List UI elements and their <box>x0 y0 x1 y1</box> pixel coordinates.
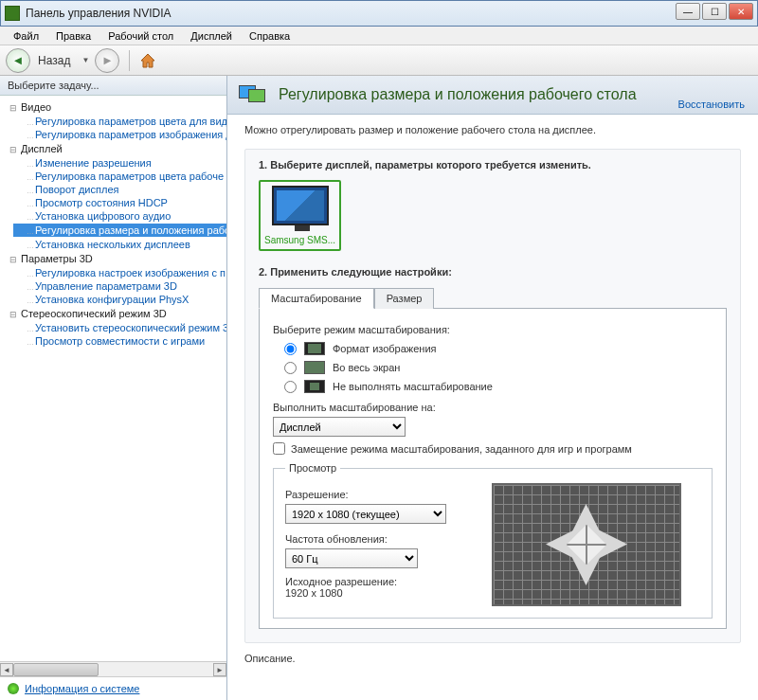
page-content: Можно отрегулировать размер и положение … <box>227 115 758 700</box>
tab-size[interactable]: Размер <box>374 288 435 309</box>
tree-cat-display[interactable]: Дисплей <box>0 141 226 156</box>
perform-on-select[interactable]: Дисплей <box>273 417 406 437</box>
radio-noscale-label: Не выполнять масштабирование <box>333 381 493 392</box>
tree-item[interactable]: Просмотр совместимости с играми <box>13 335 205 347</box>
scale-mode-label: Выберите режим масштабирования: <box>273 324 713 335</box>
tree-cat-3d[interactable]: Параметры 3D <box>0 251 226 266</box>
tabs: Масштабирование Размер <box>259 287 727 309</box>
menu-file[interactable]: Файл <box>6 28 46 44</box>
nav-toolbar: ◄ Назад ▼ ► <box>0 45 758 76</box>
maximize-button[interactable]: ☐ <box>702 3 727 20</box>
titlebar: Панель управления NVIDIA — ☐ ✕ <box>0 0 758 27</box>
override-checkbox-row[interactable]: Замещение режима масштабирования, заданн… <box>273 442 713 455</box>
scroll-left-icon[interactable]: ◄ <box>0 663 13 676</box>
native-res-label: Исходное разрешение: <box>285 576 456 587</box>
tree-item[interactable]: Регулировка параметров цвета для вид <box>13 116 226 127</box>
scroll-thumb[interactable] <box>13 663 99 676</box>
sidebar-header: Выберите задачу... <box>0 76 226 96</box>
nvidia-orb-icon <box>8 683 19 694</box>
system-info-link[interactable]: Информация о системе <box>25 683 139 694</box>
radio-fullscreen-label: Во весь экран <box>333 362 400 373</box>
tree-item[interactable]: Регулировка параметров изображения д <box>13 129 226 140</box>
radio-aspect-input[interactable] <box>284 343 297 355</box>
window-title: Панель управления NVIDIA <box>26 7 171 20</box>
back-dropdown-icon[interactable]: ▼ <box>81 56 89 64</box>
tree-item[interactable]: Просмотр состояния HDCP <box>13 197 168 208</box>
tree-cat-stereo[interactable]: Стереоскопический режим 3D <box>0 306 226 321</box>
tab-body-scaling: Выберите режим масштабирования: Формат и… <box>259 309 727 629</box>
monitor-icon <box>272 186 329 225</box>
back-button[interactable]: ◄ <box>6 48 30 73</box>
minimize-button[interactable]: — <box>676 3 700 20</box>
page-header-icon <box>239 83 269 106</box>
menu-help[interactable]: Справка <box>242 28 298 44</box>
preview-legend: Просмотр <box>285 462 340 474</box>
display-thumbnail[interactable]: Samsung SMS... <box>259 180 341 251</box>
tree-item[interactable]: Регулировка параметров цвета рабоче <box>13 171 224 182</box>
tree-item[interactable]: Установить стереоскопический режим 3 <box>13 322 226 333</box>
system-info-link-row: Информация о системе <box>0 676 226 700</box>
native-res-value: 1920 x 1080 <box>285 587 456 599</box>
noscale-icon <box>304 380 325 393</box>
tab-scaling[interactable]: Масштабирование <box>259 288 374 309</box>
menubar: Файл Правка Рабочий стол Дисплей Справка <box>0 27 758 45</box>
page-header: Регулировка размера и положения рабочего… <box>227 76 758 115</box>
display-name-label: Samsung SMS... <box>264 235 335 245</box>
menu-desktop[interactable]: Рабочий стол <box>100 28 181 44</box>
sidebar: Выберите задачу... Видео Регулировка пар… <box>0 76 227 700</box>
task-tree: Видео Регулировка параметров цвета для в… <box>0 96 226 661</box>
tree-item[interactable]: Установка цифрового аудио <box>13 210 171 222</box>
scroll-right-icon[interactable]: ► <box>213 663 226 676</box>
override-label: Замещение режима масштабирования, заданн… <box>291 443 632 455</box>
tree-item[interactable]: Установка конфигурации PhysX <box>13 294 189 305</box>
tree-item[interactable]: Установка нескольких дисплеев <box>13 239 190 250</box>
page-title: Регулировка размера и положения рабочего… <box>279 86 637 103</box>
sidebar-hscrollbar[interactable]: ◄ ► <box>0 661 226 676</box>
refresh-label: Частота обновления: <box>285 533 456 545</box>
main-panel: Регулировка размера и положения рабочего… <box>227 76 758 700</box>
tree-item[interactable]: Регулировка настроек изображения с п <box>13 267 226 278</box>
override-checkbox[interactable] <box>273 442 285 455</box>
section2-title: 2. Применить следующие настройки: <box>259 266 727 278</box>
radio-aspect-label: Формат изображения <box>333 343 437 354</box>
intro-text: Можно отрегулировать размер и положение … <box>244 124 741 135</box>
section1-title: 1. Выберите дисплей, параметры которого … <box>259 159 727 171</box>
tree-cat-video[interactable]: Видео <box>0 99 226 115</box>
tree-item-selected[interactable]: Регулировка размера и положения рабо <box>13 224 226 237</box>
forward-button[interactable]: ► <box>95 48 119 73</box>
aspect-icon <box>304 342 325 355</box>
preview-fieldset: Просмотр Разрешение: 1920 x 1080 (текуще… <box>273 462 713 619</box>
resolution-select[interactable]: 1920 x 1080 (текущее) <box>285 504 446 524</box>
menu-display[interactable]: Дисплей <box>183 28 240 44</box>
refresh-select[interactable]: 60 Гц <box>285 548 418 568</box>
menu-edit[interactable]: Правка <box>48 28 99 44</box>
tree-item[interactable]: Управление параметрами 3D <box>13 280 177 292</box>
fullscreen-icon <box>304 361 325 374</box>
radio-noscale[interactable]: Не выполнять масштабирование <box>273 377 713 396</box>
toolbar-divider <box>129 50 130 71</box>
restore-defaults-link[interactable]: Восстановить <box>678 99 745 110</box>
perform-on-label: Выполнить масштабирование на: <box>273 402 713 413</box>
tree-item[interactable]: Поворот дисплея <box>13 184 118 195</box>
close-button[interactable]: ✕ <box>729 3 753 20</box>
back-label[interactable]: Назад <box>36 50 80 71</box>
radio-aspect[interactable]: Формат изображения <box>273 339 713 358</box>
app-icon <box>5 6 20 21</box>
radio-fullscreen-input[interactable] <box>284 362 297 374</box>
test-pattern-preview <box>492 483 681 606</box>
home-icon[interactable] <box>139 52 156 69</box>
resolution-label: Разрешение: <box>285 489 456 500</box>
description-label: Описание. <box>244 653 741 664</box>
tree-item[interactable]: Изменение разрешения <box>13 157 152 169</box>
settings-box: 1. Выберите дисплей, параметры которого … <box>244 149 741 643</box>
radio-noscale-input[interactable] <box>284 381 297 393</box>
radio-fullscreen[interactable]: Во весь экран <box>273 358 713 377</box>
